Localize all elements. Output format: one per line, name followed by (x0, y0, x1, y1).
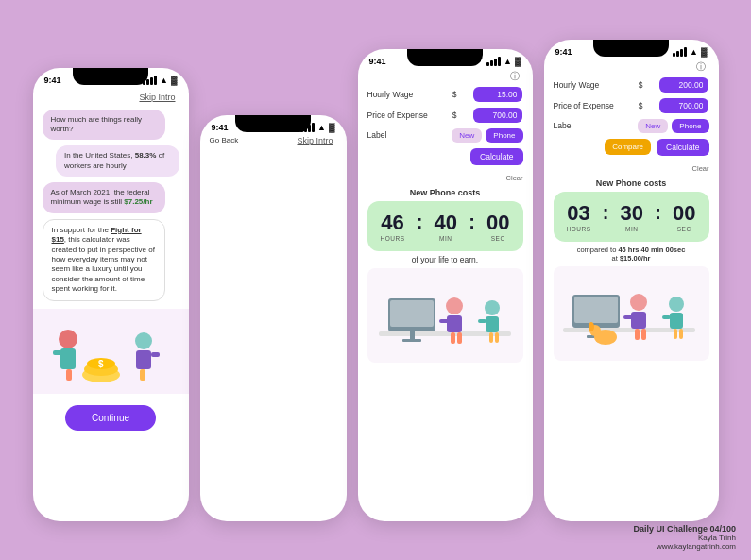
label-field-label: Label (367, 130, 438, 140)
label-new-btn[interactable]: New (452, 128, 482, 143)
result-label-4: New Phone costs (554, 178, 709, 188)
time-3: 9:41 (369, 57, 386, 66)
colon-2: : (469, 212, 475, 241)
dollar-sign-3: $ (639, 80, 643, 90)
svg-rect-33 (457, 332, 462, 344)
phone-1-illustration: $ (33, 309, 189, 394)
illustration-svg-3 (369, 270, 521, 360)
svg-rect-30 (447, 315, 462, 332)
skip-intro-1[interactable]: Skip Intro (139, 93, 179, 102)
svg-rect-53 (679, 329, 683, 339)
sec-unit-4: SEC (673, 226, 695, 232)
hours-segment-4: 03 HOURS (567, 201, 591, 232)
svg-point-8 (135, 332, 152, 349)
svg-point-49 (669, 297, 684, 312)
hourly-wage-input[interactable] (473, 87, 522, 102)
go-back-link[interactable]: Go Back (210, 136, 239, 521)
label-field-label-4: Label (554, 121, 624, 130)
hourly-wage-row-4: Hourly Wage $ (554, 77, 709, 93)
label-phone-btn-4[interactable]: Phone (672, 119, 708, 133)
svg-rect-35 (486, 316, 499, 332)
result-label: New Phone costs (367, 188, 523, 197)
bubble-4: In support for the Fight for $15, this c… (43, 219, 166, 301)
illustration-svg-4 (554, 266, 705, 356)
battery-icon-4: ▓ (701, 47, 708, 57)
phone-4: 9:41 ▲ ▓ ⓘ Hourly Wage $ Price of Ex (544, 40, 719, 521)
hours-unit-4: HOURS (567, 226, 591, 232)
battery-icon: ▓ (171, 76, 178, 85)
hourly-wage-label-4: Hourly Wage (554, 80, 624, 90)
svg-rect-50 (670, 313, 683, 329)
sec-unit: SEC (486, 235, 509, 242)
time-2: 9:41 (212, 123, 229, 132)
calculate-button[interactable]: Calculate (470, 148, 522, 165)
timer-box-3: 46 HOURS : 40 MIN : 00 SEC (367, 201, 523, 251)
min-value-4: 30 (621, 201, 643, 226)
clear-link[interactable]: Clear (506, 174, 523, 182)
price-row: Price of Expense $ (367, 108, 523, 123)
clear-link-4[interactable]: Clear (692, 164, 709, 173)
label-buttons: New Phone (452, 128, 522, 143)
svg-rect-26 (390, 300, 434, 327)
challenge-text: Daily UI Challenge 04/100 (633, 524, 736, 534)
sec-value: 00 (486, 211, 509, 235)
info-icon-4[interactable]: ⓘ (554, 60, 709, 74)
battery-icon-3: ▓ (515, 57, 521, 66)
price-label-4: Price of Expense (554, 101, 624, 110)
svg-point-34 (485, 300, 500, 315)
wifi-icon-3: ▲ (504, 57, 512, 66)
svg-rect-36 (478, 319, 486, 323)
compare-button[interactable]: Compare (605, 139, 651, 155)
hourly-wage-input-4[interactable] (659, 77, 708, 93)
colon-4: : (655, 202, 661, 231)
sec-value-4: 00 (673, 201, 695, 226)
continue-button[interactable]: Continue (65, 405, 156, 431)
compare-text: compared to 46 hrs 40 min 00secat $15.00… (554, 246, 709, 263)
calculate-row-4: Compare Calculate (554, 139, 709, 156)
svg-rect-11 (140, 369, 145, 381)
sec-segment-4: 00 SEC (673, 201, 695, 232)
info-icon-3[interactable]: ⓘ (367, 70, 523, 83)
price-input-4[interactable] (659, 98, 708, 113)
skip-intro-2[interactable]: Skip Intro (297, 136, 336, 521)
svg-rect-27 (410, 331, 415, 339)
dollar-sign-4: $ (639, 101, 643, 110)
svg-rect-9 (136, 350, 151, 369)
website-text: www.kaylangatrinh.com (633, 542, 736, 551)
colon-1: : (417, 212, 423, 241)
wifi-icon: ▲ (160, 76, 168, 85)
min-unit: MIN (435, 235, 457, 242)
footer: Daily UI Challenge 04/100 Kayla Trinh ww… (633, 518, 736, 551)
min-unit-4: MIN (621, 226, 643, 232)
author-text: Kayla Trinh (633, 534, 736, 542)
svg-rect-38 (495, 332, 499, 343)
label-phone-btn[interactable]: Phone (486, 128, 522, 143)
svg-rect-37 (489, 332, 493, 343)
sec-segment: 00 SEC (486, 211, 509, 242)
time-1: 9:41 (44, 76, 61, 85)
svg-rect-10 (151, 352, 160, 357)
main-container: 9:41 ▲ ▓ Skip Intro How much are things … (14, 21, 738, 540)
phone-1: 9:41 ▲ ▓ Skip Intro How much are things … (33, 68, 189, 521)
svg-rect-2 (53, 350, 62, 355)
price-row-4: Price of Expense $ (554, 98, 709, 113)
phone-notch-2 (235, 115, 311, 132)
svg-rect-3 (66, 369, 72, 381)
price-input[interactable] (473, 108, 522, 123)
phone-3-content: ⓘ Hourly Wage $ Price of Expense $ Label… (358, 68, 533, 374)
phone-notch-3 (407, 49, 483, 66)
hours-segment: 46 HOURS (381, 211, 405, 242)
hours-value-4: 03 (567, 201, 591, 226)
bubble-3: As of March 2021, the federal minimum wa… (43, 182, 166, 213)
hours-unit: HOURS (381, 235, 405, 242)
label-row-4: Label New Phone (554, 119, 709, 133)
svg-rect-45 (631, 312, 646, 329)
phone-notch (73, 68, 148, 85)
hourly-wage-label: Hourly Wage (367, 90, 438, 99)
svg-rect-46 (623, 315, 633, 319)
label-new-btn-4[interactable]: New (638, 119, 668, 133)
signal-icon-4 (673, 47, 687, 57)
calculate-button-4[interactable]: Calculate (657, 139, 708, 156)
time-4: 9:41 (555, 47, 572, 57)
svg-point-0 (59, 330, 77, 348)
